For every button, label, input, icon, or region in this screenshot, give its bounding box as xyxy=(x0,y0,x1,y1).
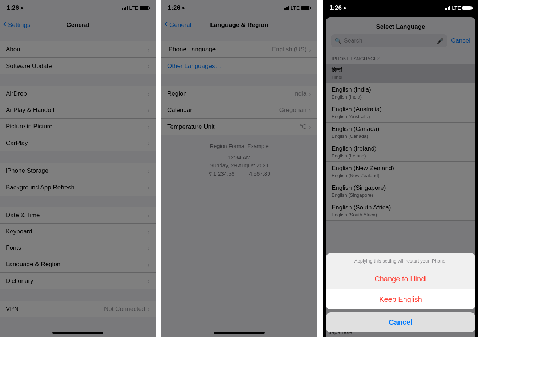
row-language-region[interactable]: Language & Region› xyxy=(0,256,156,273)
row-keyboard[interactable]: Keyboard› xyxy=(0,224,156,240)
chevron-right-icon: › xyxy=(147,244,150,252)
screen-general: 1:26 ➤ LTE Settings General About› Softw… xyxy=(0,0,156,337)
signal-icon xyxy=(122,6,128,10)
home-indicator[interactable] xyxy=(214,332,265,334)
language-row[interactable]: हिन्दीHindi xyxy=(326,64,475,83)
row-temperature-unit[interactable]: Temperature Unit°C› xyxy=(161,119,317,135)
language-native: English (India) xyxy=(332,86,470,93)
sheet-cancel-button[interactable]: Cancel xyxy=(326,312,475,332)
language-english: English (Australia) xyxy=(332,114,470,119)
language-row[interactable]: English (India)English (India) xyxy=(326,83,475,103)
chevron-right-icon: › xyxy=(147,123,150,131)
location-icon: ➤ xyxy=(20,5,24,11)
chevron-right-icon: › xyxy=(309,45,311,54)
language-native: English (Singapore) xyxy=(332,184,470,192)
chevron-right-icon: › xyxy=(147,139,150,147)
back-label: Settings xyxy=(8,21,30,29)
signal-icon xyxy=(284,6,289,10)
row-picture-in-picture[interactable]: Picture in Picture› xyxy=(0,119,156,135)
language-english: English (India) xyxy=(332,94,470,100)
row-software-update[interactable]: Software Update› xyxy=(0,58,156,74)
language-row[interactable]: English (New Zealand)English (New Zealan… xyxy=(326,162,475,181)
language-row[interactable]: English (Canada)English (Canada) xyxy=(326,123,475,142)
row-fonts[interactable]: Fonts› xyxy=(0,240,156,256)
status-time: 1:26 xyxy=(7,4,19,12)
language-row[interactable]: English (South Africa)English (South Afr… xyxy=(326,201,475,221)
chevron-right-icon: › xyxy=(147,211,150,220)
language-english: English (South Africa) xyxy=(332,212,470,217)
row-other-languages[interactable]: Other Languages… xyxy=(161,58,317,74)
chevron-right-icon: › xyxy=(147,90,150,98)
row-vpn[interactable]: VPNNot Connected› xyxy=(0,301,156,317)
status-bar: 1:26 ➤ LTE xyxy=(161,0,317,16)
chevron-right-icon: › xyxy=(147,167,150,175)
search-placeholder: Search xyxy=(344,37,362,44)
location-icon: ➤ xyxy=(182,5,185,11)
language-native: English (New Zealand) xyxy=(332,165,470,172)
screen-select-language: 1:26 ➤ LTE Select Language 🔍 Search 🎤 Ca… xyxy=(323,0,478,337)
screen-language-region: 1:26 ➤ LTE General Language & Region iPh… xyxy=(161,0,317,337)
chevron-right-icon: › xyxy=(147,106,150,115)
row-airplay[interactable]: AirPlay & Handoff› xyxy=(0,102,156,119)
row-iphone-language[interactable]: iPhone LanguageEnglish (US)› xyxy=(161,41,317,58)
language-english: English (Canada) xyxy=(332,133,470,139)
mic-icon[interactable]: 🎤 xyxy=(437,37,444,44)
status-time: 1:26 xyxy=(168,4,180,12)
card-title: Select Language xyxy=(326,17,475,34)
region-format-example: Region Format Example 12:34 AM Sunday, 2… xyxy=(161,135,317,185)
search-input[interactable]: 🔍 Search 🎤 xyxy=(331,34,447,47)
chevron-right-icon: › xyxy=(147,305,150,313)
language-native: English (Canada) xyxy=(332,125,470,133)
battery-icon xyxy=(462,6,472,10)
chevron-right-icon: › xyxy=(309,123,311,131)
row-date-time[interactable]: Date & Time› xyxy=(0,207,156,224)
language-row[interactable]: English (Singapore)English (Singapore) xyxy=(326,181,475,201)
chevron-right-icon: › xyxy=(309,106,311,115)
status-time: 1:26 xyxy=(329,4,342,12)
language-english: Hindi xyxy=(332,75,470,80)
nav-bar: General Language & Region xyxy=(161,16,317,34)
status-bar: 1:26 ➤ LTE xyxy=(323,0,478,16)
language-list[interactable]: हिन्दीHindiEnglish (India)English (India… xyxy=(326,64,475,221)
chevron-left-icon xyxy=(164,21,169,29)
cancel-button[interactable]: Cancel xyxy=(451,37,470,44)
network-label: LTE xyxy=(452,5,461,11)
change-language-button[interactable]: Change to Hindi xyxy=(326,269,475,289)
row-carplay[interactable]: CarPlay› xyxy=(0,135,156,151)
battery-icon xyxy=(140,6,149,10)
chevron-right-icon: › xyxy=(309,90,311,98)
language-native: English (Ireland) xyxy=(332,145,470,152)
language-row[interactable]: English (Ireland)English (Ireland) xyxy=(326,142,475,162)
language-english: English (Ireland) xyxy=(332,153,470,159)
page-title: General xyxy=(66,21,89,29)
row-calendar[interactable]: CalendarGregorian› xyxy=(161,102,317,119)
search-icon: 🔍 xyxy=(334,37,342,44)
language-region-list[interactable]: iPhone LanguageEnglish (US)› Other Langu… xyxy=(161,34,317,337)
language-row[interactable]: English (Australia)English (Australia) xyxy=(326,103,475,123)
row-airdrop[interactable]: AirDrop› xyxy=(0,86,156,102)
back-button[interactable]: General xyxy=(164,21,191,29)
language-native: हिन्दी xyxy=(332,67,470,74)
row-region[interactable]: RegionIndia› xyxy=(161,86,317,102)
action-sheet: Applying this setting will restart your … xyxy=(326,253,475,332)
chevron-left-icon xyxy=(3,21,7,29)
chevron-right-icon: › xyxy=(147,183,150,192)
keep-language-button[interactable]: Keep English xyxy=(326,289,475,309)
network-label: LTE xyxy=(290,5,300,11)
section-header: IPHONE LANGUAGES xyxy=(326,51,475,64)
back-label: General xyxy=(169,21,191,29)
chevron-right-icon: › xyxy=(147,62,150,70)
settings-list[interactable]: About› Software Update› AirDrop› AirPlay… xyxy=(0,34,156,337)
back-button[interactable]: Settings xyxy=(3,21,30,29)
row-background-app-refresh[interactable]: Background App Refresh› xyxy=(0,179,156,196)
language-native: English (Australia) xyxy=(332,106,470,113)
battery-icon xyxy=(301,6,310,10)
status-bar: 1:26 ➤ LTE xyxy=(0,0,156,16)
chevron-right-icon: › xyxy=(147,277,150,285)
signal-icon xyxy=(445,6,450,10)
row-iphone-storage[interactable]: iPhone Storage› xyxy=(0,163,156,179)
sheet-message: Applying this setting will restart your … xyxy=(326,253,475,269)
row-dictionary[interactable]: Dictionary› xyxy=(0,273,156,289)
home-indicator[interactable] xyxy=(52,332,103,334)
row-about[interactable]: About› xyxy=(0,41,156,58)
